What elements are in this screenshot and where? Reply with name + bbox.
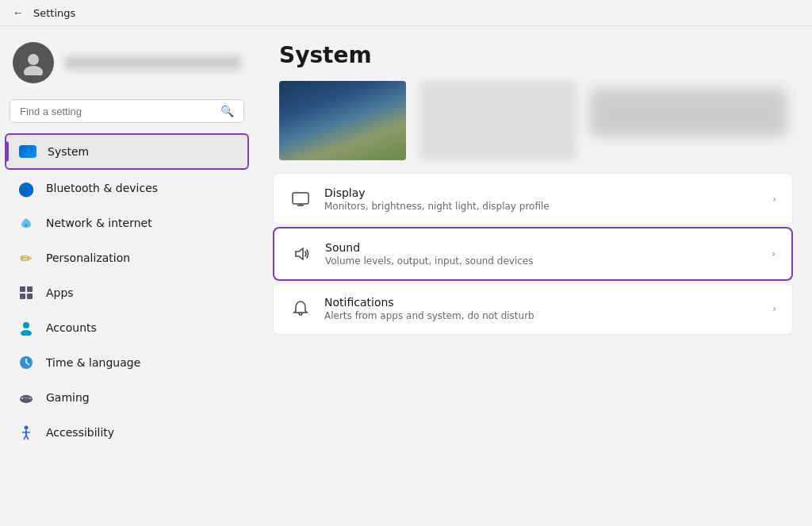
chevron-icon: › [772,303,776,314]
svg-point-16 [25,426,29,430]
svg-point-7 [23,322,29,328]
app-title: Settings [33,7,75,19]
settings-item-display[interactable]: Display Monitors, brightness, night ligh… [273,173,793,225]
chevron-icon: › [772,194,776,205]
sidebar-item-label: Time & language [46,356,140,369]
back-button[interactable]: ← [13,6,24,19]
sidebar: 🔍 System ⬤ Bluetooth & devices Network &… [0,26,254,526]
svg-line-20 [26,436,29,440]
sidebar-item-bluetooth[interactable]: ⬤ Bluetooth & devices [5,171,249,205]
sidebar-item-label: Accounts [46,321,97,334]
bluetooth-icon: ⬤ [17,179,35,197]
monitor-info-blur [590,89,787,136]
page-title: System [254,26,812,81]
svg-point-8 [21,330,32,336]
settings-item-sound[interactable]: Sound Volume levels, output, input, soun… [273,227,793,281]
content-area: System Display [254,26,812,526]
sidebar-item-accounts[interactable]: Accounts [5,311,249,344]
user-section[interactable] [0,26,254,96]
notifications-icon [289,298,312,320]
back-icon: ← [13,6,24,19]
settings-list: Display Monitors, brightness, night ligh… [254,173,812,347]
monitor-preview [279,81,406,160]
notifications-desc: Alerts from apps and system, do not dist… [324,310,760,321]
apps-icon [17,284,35,301]
notifications-item-text: Notifications Alerts from apps and syste… [324,296,760,321]
svg-rect-6 [27,294,33,299]
chevron-icon: › [772,248,776,259]
svg-rect-13 [24,397,29,399]
sidebar-item-label: System [48,145,89,158]
svg-point-14 [21,397,24,400]
monitor-image [279,81,406,160]
svg-point-15 [29,397,32,400]
sidebar-item-time[interactable]: Time & language [5,346,249,379]
sound-title: Sound [325,241,759,254]
settings-item-notifications[interactable]: Notifications Alerts from apps and syste… [273,282,793,335]
sidebar-item-network[interactable]: Network & internet [5,206,249,240]
sidebar-item-system[interactable]: System [5,133,249,170]
avatar [13,42,54,83]
sound-item-text: Sound Volume levels, output, input, soun… [325,241,759,267]
pencil-icon: ✏️ [17,249,35,267]
sound-desc: Volume levels, output, input, sound devi… [325,255,759,267]
main-layout: 🔍 System ⬤ Bluetooth & devices Network &… [0,26,812,526]
display-icon [289,188,312,210]
gaming-icon [17,389,35,406]
search-icon: 🔍 [220,105,234,117]
sidebar-item-label: Apps [46,286,74,299]
svg-rect-21 [293,193,308,204]
svg-marker-24 [296,248,303,259]
display-item-text: Display Monitors, brightness, night ligh… [324,186,760,212]
sound-icon [290,243,312,265]
second-monitor-blur [419,81,577,160]
user-name [65,56,241,70]
sidebar-item-apps[interactable]: Apps [5,276,249,309]
display-desc: Monitors, brightness, night light, displ… [324,201,760,212]
user-avatar-icon [21,50,46,75]
svg-point-2 [25,224,28,227]
sidebar-item-label: Bluetooth & devices [46,182,158,194]
svg-point-0 [28,54,39,65]
sidebar-item-label: Network & internet [46,217,152,229]
accessibility-icon [17,424,35,441]
accounts-icon [17,319,35,336]
svg-rect-3 [20,286,25,292]
search-input[interactable] [20,106,214,117]
time-icon [17,354,35,371]
svg-rect-4 [27,286,33,292]
sidebar-item-label: Gaming [46,391,90,404]
title-bar: ← Settings [0,0,812,26]
display-section [254,81,812,173]
svg-point-1 [24,66,43,75]
sidebar-item-gaming[interactable]: Gaming [5,381,249,414]
display-title: Display [324,186,760,199]
network-icon [17,214,35,232]
sidebar-item-label: Accessibility [46,426,114,439]
sidebar-item-personalization[interactable]: ✏️ Personalization [5,241,249,275]
system-icon [19,143,36,160]
notifications-title: Notifications [324,296,760,309]
sidebar-item-label: Personalization [46,251,130,264]
svg-rect-5 [20,294,25,299]
sidebar-item-accessibility[interactable]: Accessibility [5,416,249,449]
svg-line-19 [24,436,26,440]
search-box[interactable]: 🔍 [10,99,244,123]
